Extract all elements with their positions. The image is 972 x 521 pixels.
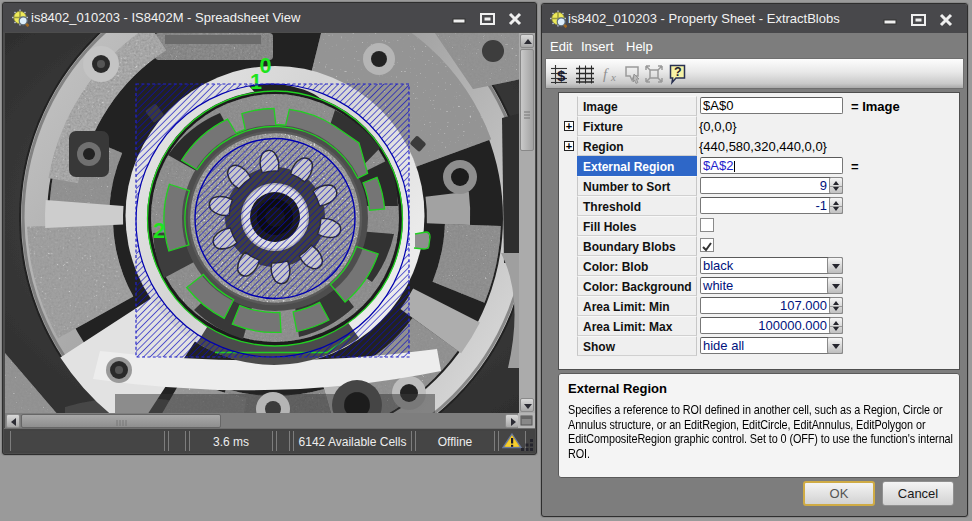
svg-text:x: x: [610, 71, 616, 83]
svg-text:$: $: [557, 67, 566, 84]
svg-text:?: ?: [674, 65, 682, 79]
svg-text:2: 2: [153, 219, 165, 243]
svg-text:1: 1: [250, 70, 262, 94]
svg-text:f: f: [603, 66, 609, 82]
